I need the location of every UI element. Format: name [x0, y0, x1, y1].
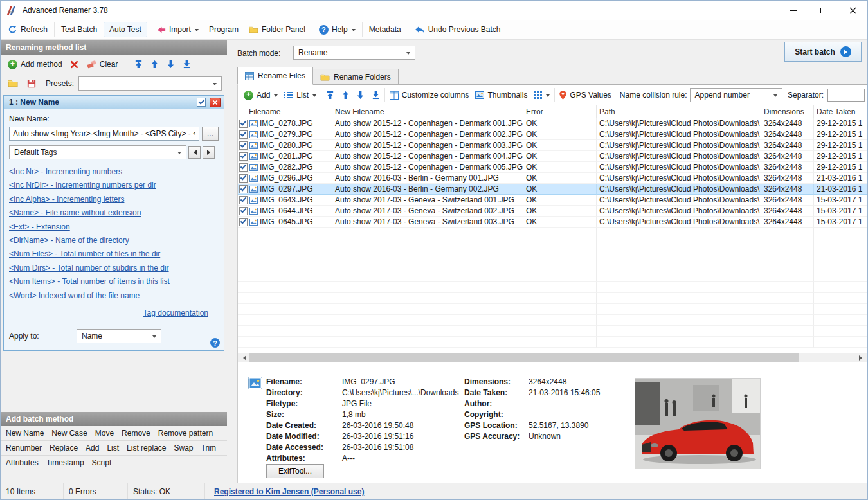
collision-rule-dropdown[interactable]: Append number: [690, 88, 782, 102]
tag-link[interactable]: <Word> Indexed word of the file name: [9, 289, 140, 303]
tag-documentation-link[interactable]: Tag documentation: [143, 308, 208, 317]
horizontal-scrollbar[interactable]: [238, 353, 867, 362]
column-header-new-filename[interactable]: New Filename: [332, 105, 523, 118]
tag-link[interactable]: <Inc Alpha> - Incrementing letters: [9, 193, 124, 206]
tab-rename-folders[interactable]: Rename Folders: [313, 69, 399, 85]
batch-method-link[interactable]: New Case: [51, 429, 87, 438]
tag-link[interactable]: <Num Dirs> - Total number of subdirs in …: [9, 262, 169, 275]
tags-category-dropdown[interactable]: Default Tags: [9, 145, 186, 159]
column-header-error[interactable]: Error: [523, 105, 597, 118]
column-header-dimensions[interactable]: Dimensions: [761, 105, 814, 118]
method-move-up-button[interactable]: [147, 57, 163, 72]
batch-method-link[interactable]: Renumber: [6, 443, 42, 452]
row-checkbox[interactable]: [239, 196, 248, 204]
add-files-button[interactable]: Add: [240, 87, 281, 103]
batch-method-link[interactable]: Add: [86, 443, 99, 452]
method-header[interactable]: 1 : New Name: [4, 96, 224, 109]
folder-panel-button[interactable]: Folder Panel: [244, 22, 311, 37]
table-row[interactable]: IMG_0282.JPGAuto show 2015-12 - Copenhag…: [238, 162, 867, 173]
new-name-input[interactable]: [9, 127, 199, 141]
refresh-button[interactable]: Refresh: [3, 22, 53, 37]
exiftool-button[interactable]: ExifTool...: [266, 464, 324, 478]
row-checkbox[interactable]: [239, 218, 248, 226]
table-row[interactable]: IMG_0280.JPGAuto show 2015-12 - Copenhag…: [238, 140, 867, 151]
tag-link[interactable]: <Num Items> - Total number of items in t…: [9, 275, 170, 289]
column-header-filename[interactable]: Filename: [238, 105, 332, 118]
new-name-browse-button[interactable]: ...: [202, 127, 219, 141]
batch-method-link[interactable]: Remove pattern: [158, 429, 213, 438]
scroll-left-button[interactable]: [238, 353, 249, 362]
tag-link[interactable]: <Num Files> - Total number of files in t…: [9, 247, 160, 261]
tag-link[interactable]: <Inc Nr> - Incrementing numbers: [9, 165, 122, 179]
test-batch-button[interactable]: Test Batch: [56, 22, 102, 37]
file-move-top-button[interactable]: [323, 87, 338, 103]
tab-rename-files[interactable]: Rename Files: [237, 67, 313, 85]
auto-test-button[interactable]: Auto Test: [104, 22, 147, 37]
row-checkbox[interactable]: [239, 152, 248, 161]
scroll-right-button[interactable]: [856, 353, 867, 362]
table-row[interactable]: IMG_0279.JPGAuto show 2015-12 - Copenhag…: [238, 129, 867, 140]
batch-method-link[interactable]: Trim: [201, 443, 217, 452]
close-button[interactable]: [838, 1, 867, 20]
tag-link[interactable]: <Ext> - Extension: [9, 220, 70, 234]
batch-method-link[interactable]: Move: [95, 429, 114, 438]
presets-dropdown[interactable]: [78, 76, 222, 91]
batch-method-link[interactable]: Remove: [122, 429, 150, 438]
batch-method-link[interactable]: Replace: [50, 443, 78, 452]
undo-previous-batch-button[interactable]: Undo Previous Batch: [410, 22, 506, 37]
scrollbar-thumb[interactable]: [249, 353, 799, 362]
remove-method-button[interactable]: [68, 57, 82, 72]
tags-prev-button[interactable]: [188, 146, 201, 159]
row-checkbox[interactable]: [239, 120, 248, 128]
list-button[interactable]: List: [281, 87, 320, 103]
file-move-down-button[interactable]: [353, 87, 368, 103]
batch-method-link[interactable]: Attributes: [6, 458, 39, 467]
table-row[interactable]: IMG_0296.JPGAuto show 2016-03 - Berlin -…: [238, 173, 867, 184]
add-method-button[interactable]: Add method: [5, 57, 66, 72]
batch-method-link[interactable]: List: [107, 443, 119, 452]
separator-input[interactable]: [827, 89, 865, 102]
table-row[interactable]: IMG_0297.JPGAuto show 2016-03 - Berlin -…: [238, 184, 867, 195]
minimize-button[interactable]: [779, 1, 808, 20]
row-checkbox[interactable]: [239, 130, 248, 139]
table-row[interactable]: IMG_0644.JPGAuto show 2017-03 - Geneva -…: [238, 206, 867, 217]
batch-method-link[interactable]: List replace: [127, 443, 166, 452]
method-close-button[interactable]: [210, 98, 221, 107]
table-row[interactable]: IMG_0643.JPGAuto show 2017-03 - Geneva -…: [238, 195, 867, 206]
row-checkbox[interactable]: [239, 207, 248, 215]
column-header-path[interactable]: Path: [597, 105, 761, 118]
method-move-down-button[interactable]: [163, 57, 179, 72]
import-button[interactable]: Import: [152, 22, 204, 37]
row-checkbox[interactable]: [239, 185, 248, 193]
save-preset-button[interactable]: [24, 76, 39, 91]
tags-next-button[interactable]: [203, 146, 215, 159]
batch-mode-dropdown[interactable]: Rename: [293, 46, 415, 60]
row-checkbox[interactable]: [239, 174, 248, 183]
open-preset-button[interactable]: [6, 76, 20, 91]
start-batch-button[interactable]: Start batch: [784, 42, 862, 62]
row-checkbox[interactable]: [239, 163, 248, 172]
view-mode-button[interactable]: [530, 87, 553, 103]
table-row[interactable]: IMG_0281.JPGAuto show 2015-12 - Copenhag…: [238, 151, 867, 162]
row-checkbox[interactable]: [239, 141, 248, 150]
method-enabled-checkbox[interactable]: [197, 98, 206, 107]
tag-link[interactable]: <DirName> - Name of the directory: [9, 234, 129, 247]
method-help-icon[interactable]: [210, 338, 220, 348]
batch-method-link[interactable]: Script: [92, 458, 112, 467]
apply-to-dropdown[interactable]: Name: [77, 329, 161, 343]
file-move-bottom-button[interactable]: [368, 87, 383, 103]
method-move-bottom-button[interactable]: [179, 57, 195, 72]
tag-link[interactable]: <Name> - File name without extension: [9, 206, 141, 220]
help-button[interactable]: Help: [314, 22, 361, 37]
clear-methods-button[interactable]: Clear: [84, 57, 122, 72]
method-move-top-button[interactable]: [131, 57, 147, 72]
program-button[interactable]: Program: [204, 22, 244, 37]
thumbnails-button[interactable]: Thumbnails: [472, 87, 530, 103]
batch-method-link[interactable]: Swap: [174, 443, 193, 452]
tag-link[interactable]: <Inc NrDir> - Incrementing numbers per d…: [9, 179, 156, 192]
file-move-up-button[interactable]: [338, 87, 352, 103]
table-row[interactable]: IMG_0278.JPGAuto show 2015-12 - Copenhag…: [238, 118, 867, 129]
column-header-date-taken[interactable]: Date Taken: [814, 105, 867, 118]
batch-method-link[interactable]: Timestamp: [46, 458, 84, 467]
registered-link[interactable]: Registered to Kim Jensen (Personal use): [214, 487, 364, 496]
